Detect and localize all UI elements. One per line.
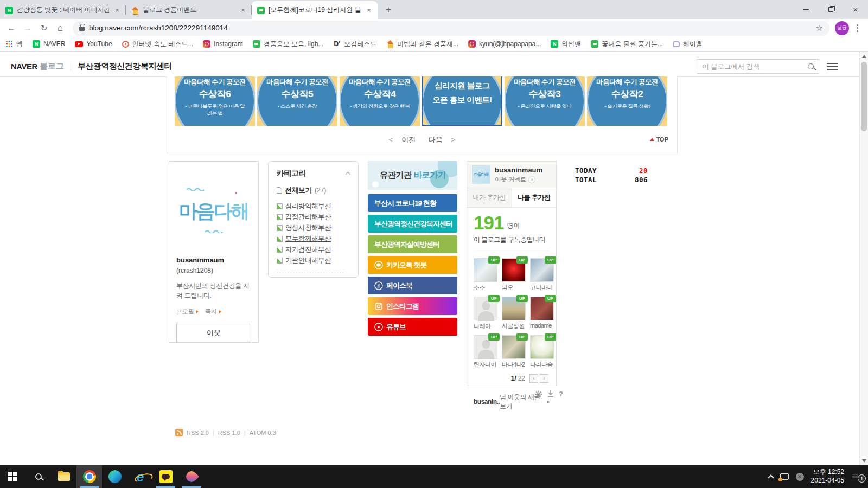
link-instagram[interactable]: 인스타그램 — [368, 297, 457, 315]
x-circle-tray-icon[interactable]: ✕ — [796, 473, 804, 481]
memo-link[interactable]: 쪽지 — [205, 307, 217, 316]
tab-3-active[interactable]: [모두함께]코로나19 심리지원 블 × — [252, 1, 378, 19]
prev-chevron-icon[interactable]: < — [389, 136, 393, 144]
download-icon[interactable] — [547, 390, 554, 397]
link-youtube[interactable]: 유튜브 — [368, 318, 457, 336]
link-mental-health-center[interactable]: 부산광역정신건강복지센터 — [368, 215, 457, 233]
badge-card[interactable]: 마음다해 수기 공모전수상작6- 코로나블루로 젖은 마음 말리는 법 — [175, 76, 255, 126]
neighbor-item[interactable]: UP되오 — [502, 258, 528, 292]
category-view-all[interactable]: 전체보기 (27) — [277, 185, 350, 195]
profile-avatar[interactable]: 남균 — [835, 21, 849, 35]
bookmark-item[interactable]: N와썹맨 — [551, 40, 581, 49]
bookmark-apps[interactable]: 앱 — [5, 40, 23, 49]
hidden-icons-chevron[interactable] — [768, 474, 774, 480]
neighbor-item[interactable]: UP탄자니이 — [474, 335, 500, 369]
neighbor-item[interactable]: UP나레아 — [474, 297, 500, 330]
category-item[interactable]: 자가검진해부산 — [277, 244, 350, 255]
taskbar-clock[interactable]: 오후 12:52 2021-04-05 — [811, 468, 844, 485]
badge-card-selected[interactable]: 심리지원 블로그오픈 홍보 이벤트! — [422, 76, 502, 126]
category-item-current[interactable]: 모두함께해부산 — [277, 233, 350, 244]
next-button[interactable]: 다음 — [429, 136, 443, 144]
profile-link[interactable]: 프로필 — [176, 307, 194, 316]
category-item[interactable]: 감정관리해부산 — [277, 211, 350, 222]
naver-logo[interactable]: NAVER — [11, 62, 37, 71]
top-link[interactable]: TOP — [650, 136, 668, 143]
badge-card[interactable]: 마음다해 수기 공모전수상작3- 온라인으로 사람을 잇다 — [505, 76, 585, 126]
page-scrollbar[interactable] — [859, 52, 868, 465]
neighbor-item[interactable]: UP소소 — [474, 258, 500, 292]
rss2-link[interactable]: RSS 2.0 — [187, 429, 209, 436]
bookmark-star-icon[interactable]: ☆ — [816, 23, 823, 33]
badge-card[interactable]: 마음다해 수기 공모전수상작4- 생각의 전환으로 찾은 행복 — [340, 76, 420, 126]
tab-close-icon[interactable]: × — [113, 6, 122, 15]
blog-title[interactable]: 부산광역정신건강복지센터 — [78, 61, 172, 72]
tab-1[interactable]: N 김량장동 벚꽃 : 네이버 이미지검 × — [0, 1, 126, 19]
tab-close-icon[interactable]: × — [365, 6, 373, 15]
scroll-up-arrow[interactable] — [862, 55, 866, 58]
category-item[interactable]: 심리방역해부산 — [277, 201, 350, 211]
scroll-down-arrow[interactable] — [862, 459, 866, 463]
bookmark-item[interactable]: YouTube — [75, 40, 112, 48]
bookmark-item[interactable]: Instagram — [203, 40, 242, 48]
rss1-link[interactable]: RSS 1.0 — [218, 429, 240, 436]
gear-icon[interactable] — [535, 390, 542, 398]
neighbor-item[interactable]: UPmadame — [530, 297, 556, 330]
tab-close-icon[interactable]: × — [239, 6, 247, 15]
blog-menu-icon[interactable] — [827, 63, 838, 70]
address-bar[interactable]: blog.naver.com/rcrash1208/222291149014 ☆ — [73, 21, 829, 36]
minimize-button[interactable] — [793, 0, 818, 18]
tab-2[interactable]: 블로그 경품이벤트 × — [126, 1, 252, 19]
link-facebook[interactable]: f 페이스북 — [368, 277, 457, 294]
notification-center-button[interactable]: 1 — [851, 472, 861, 481]
ie-taskbar-button[interactable]: e — [127, 465, 153, 488]
bookmark-item[interactable]: 경품응모 모음, ligh... — [253, 40, 324, 49]
atom-link[interactable]: ATOM 0.3 — [250, 429, 276, 436]
home-button[interactable]: ⌂ — [53, 21, 67, 35]
bookmark-item[interactable]: 꽃내음 물씬 풍기는... — [591, 40, 663, 49]
scroll-thumb[interactable] — [861, 62, 867, 131]
new-tab-button[interactable]: + — [381, 3, 396, 18]
chrome-taskbar-button[interactable] — [76, 465, 102, 488]
bookmark-item[interactable]: 인터넷 속도 테스트... — [122, 40, 194, 49]
close-window-button[interactable]: × — [843, 0, 868, 18]
neighbor-item[interactable]: UP바다4나2 — [502, 335, 528, 369]
prev-button[interactable]: 이전 — [401, 136, 416, 144]
link-kakao-chatbot[interactable]: 카카오톡 챗봇 — [368, 256, 457, 274]
link-covid-status[interactable]: 부산시 코로나19 현황 — [368, 194, 457, 212]
neighbor-item[interactable]: UP고니바니 — [530, 258, 556, 292]
badge-card[interactable]: 마음다해 수기 공모전수상작2- 슬기로운 집콕 생활! — [587, 76, 667, 126]
bookmark-item[interactable]: 마법과 같은 경품재... — [386, 40, 458, 49]
url-text[interactable]: blog.naver.com/rcrash1208/222291149014 — [89, 24, 812, 32]
bookmark-item[interactable]: 헤이홀 — [673, 40, 703, 49]
neighbor-item[interactable]: UP시골정원 — [502, 297, 528, 330]
tab-i-added[interactable]: 내가 추가한 — [467, 188, 512, 208]
neighbor-item[interactable]: UP나리다솜 — [530, 335, 556, 369]
file-explorer-button[interactable] — [51, 465, 76, 488]
category-item[interactable]: 영상시청해부산 — [277, 222, 350, 233]
collapse-chevron-icon[interactable] — [346, 172, 351, 177]
help-icon[interactable]: ? — [559, 390, 563, 398]
forward-button[interactable]: → — [21, 21, 35, 35]
kakaotalk-taskbar-button[interactable] — [153, 465, 178, 488]
bookmark-item[interactable]: NNAVER — [33, 40, 65, 48]
category-item[interactable]: 기관안내해부산 — [277, 255, 350, 266]
bookmark-item[interactable]: kyun(@jhpapapapa... — [468, 40, 541, 48]
tab-added-me[interactable]: 나를 추가한 — [512, 188, 557, 207]
connect-go-icon[interactable]: › — [528, 176, 535, 183]
bookmark-item[interactable]: D'오감테스트 — [333, 40, 376, 49]
reload-button[interactable]: ↻ — [37, 21, 51, 35]
page-next-button[interactable]: › — [540, 374, 548, 383]
display-sync-tray-icon[interactable] — [780, 473, 789, 480]
back-button[interactable]: ← — [4, 21, 18, 35]
badge-card[interactable]: 마음다해 수기 공모전수상작5- 스스로 새긴 훈장 — [257, 76, 337, 126]
link-suicide-prevention-center[interactable]: 부산광역자살예방센터 — [368, 235, 457, 253]
page-prev-button[interactable]: ‹ — [529, 374, 538, 383]
start-button[interactable] — [0, 465, 25, 488]
restore-button[interactable] — [818, 0, 843, 18]
taskbar-search-button[interactable] — [25, 465, 51, 488]
edge-taskbar-button[interactable] — [102, 465, 127, 488]
browser-menu-icon[interactable] — [851, 24, 864, 32]
blog-logo[interactable]: 블로그 — [40, 61, 64, 72]
app-taskbar-button[interactable] — [178, 465, 204, 488]
blog-search-box[interactable] — [697, 59, 819, 74]
